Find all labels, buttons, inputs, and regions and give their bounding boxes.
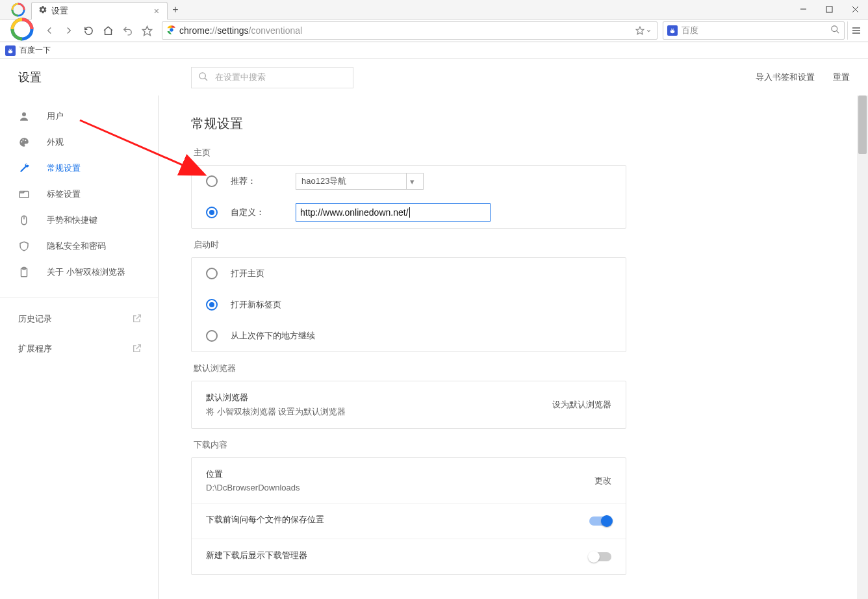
radio-open-home[interactable] — [206, 268, 218, 279]
gear-icon — [38, 5, 47, 16]
star-button[interactable] — [137, 21, 157, 40]
site-icon — [166, 25, 177, 37]
undo-button[interactable] — [118, 21, 137, 40]
download-card: 位置 D:\DcBrowserDownloads 更改 下载前询问每个文件的保存… — [191, 457, 626, 575]
recommend-label: 推荐： — [231, 175, 296, 187]
recommend-select[interactable]: hao123导航 ▾ — [296, 173, 424, 190]
change-location-button[interactable]: 更改 — [594, 475, 611, 487]
settings-header: 设置 在设置中搜索 导入书签和设置 重置 — [0, 59, 868, 96]
settings-sidebar: 用户 外观 常规设置 标签设置 手势和快捷键 隐私安全和密码 关于 小智双核浏览… — [0, 96, 159, 599]
set-default-button[interactable]: 设为默认浏览器 — [552, 399, 611, 411]
tab-icon — [18, 188, 31, 200]
browser-logo — [4, 19, 40, 42]
shield-icon — [18, 240, 31, 252]
radio-continue[interactable] — [206, 330, 218, 342]
svg-point-20 — [25, 140, 26, 141]
custom-url-input[interactable]: http://www.onlinedown.net/ — [296, 203, 491, 222]
startup-opt-home[interactable]: 打开主页 — [192, 258, 626, 289]
bookmarks-bar: 百度一下 — [0, 42, 868, 59]
svg-marker-6 — [142, 26, 151, 35]
toolbar: chrome://settings/conventional 百度 — [0, 19, 868, 42]
download-mgr-toggle[interactable] — [589, 552, 611, 561]
person-icon — [18, 110, 31, 122]
address-bar[interactable]: chrome://settings/conventional — [162, 21, 657, 40]
tab-strip: 设置 × + — [0, 0, 868, 19]
sidebar-item-tabs[interactable]: 标签设置 — [0, 181, 158, 207]
section-download-label: 下载内容 — [194, 439, 624, 451]
bookmark-baidu[interactable]: 百度一下 — [19, 45, 51, 56]
bookmark-star-icon[interactable] — [633, 26, 654, 35]
section-default-label: 默认浏览器 — [194, 363, 624, 374]
download-path: D:\DcBrowserDownloads — [206, 483, 300, 492]
browser-tab[interactable]: 设置 × — [31, 2, 168, 19]
maximize-button[interactable] — [816, 0, 842, 19]
search-icon — [198, 71, 209, 84]
svg-rect-2 — [826, 6, 832, 12]
search-engine-name: 百度 — [682, 25, 698, 36]
sidebar-item-appearance[interactable]: 外观 — [0, 129, 158, 155]
default-browser-card: 默认浏览器 将 小智双核浏览器 设置为默认浏览器 设为默认浏览器 — [191, 381, 626, 429]
sidebar-link-history[interactable]: 历史记录 — [0, 304, 158, 334]
sidebar-item-user[interactable]: 用户 — [0, 103, 158, 129]
settings-title: 设置 — [18, 70, 42, 85]
sidebar-item-privacy[interactable]: 隐私安全和密码 — [0, 233, 158, 259]
forward-button[interactable] — [59, 21, 79, 40]
settings-search-input[interactable]: 在设置中搜索 — [191, 67, 353, 88]
default-browser-desc: 将 小智双核浏览器 设置为默认浏览器 — [206, 406, 346, 418]
baidu-icon — [667, 25, 678, 36]
startup-opt-newtab[interactable]: 打开新标签页 — [192, 289, 626, 320]
home-recommend-row[interactable]: 推荐： hao123导航 ▾ — [192, 166, 626, 197]
search-engine-box[interactable]: 百度 — [663, 21, 845, 40]
svg-line-11 — [836, 31, 839, 33]
svg-marker-9 — [636, 27, 644, 34]
svg-point-8 — [170, 28, 173, 31]
wrench-icon — [18, 162, 31, 174]
section-home-label: 主页 — [194, 147, 624, 159]
download-ask-toggle[interactable] — [589, 516, 611, 526]
baidu-icon — [5, 45, 16, 56]
default-browser-title: 默认浏览器 — [206, 392, 346, 403]
search-icon[interactable] — [830, 25, 840, 36]
home-custom-row[interactable]: 自定义： http://www.onlinedown.net/ — [192, 197, 626, 228]
home-button[interactable] — [98, 21, 118, 40]
sidebar-item-gestures[interactable]: 手势和快捷键 — [0, 207, 158, 233]
sidebar-link-extensions[interactable]: 扩展程序 — [0, 334, 158, 364]
radio-recommend[interactable] — [206, 175, 218, 187]
svg-point-10 — [832, 26, 837, 32]
url-text: chrome://settings/conventional — [179, 25, 302, 36]
reset-link[interactable]: 重置 — [833, 71, 850, 83]
palette-icon — [18, 136, 31, 148]
sidebar-item-about[interactable]: 关于 小智双核浏览器 — [0, 259, 158, 285]
scrollbar[interactable] — [857, 96, 868, 599]
download-ask-label: 下载前询问每个文件的保存位置 — [206, 514, 324, 526]
chevron-down-icon: ▾ — [406, 173, 418, 189]
sidebar-item-general[interactable]: 常规设置 — [0, 155, 158, 181]
svg-point-17 — [22, 112, 26, 116]
external-link-icon — [132, 343, 142, 355]
radio-custom[interactable] — [206, 207, 218, 218]
download-mgr-label: 新建下载后显示下载管理器 — [206, 550, 307, 561]
minimize-button[interactable] — [790, 0, 816, 19]
svg-point-15 — [199, 73, 205, 79]
home-card: 推荐： hao123导航 ▾ 自定义： http://www.onlinedow… — [191, 165, 626, 229]
search-placeholder: 在设置中搜索 — [215, 71, 266, 83]
startup-card: 打开主页 打开新标签页 从上次停下的地方继续 — [191, 257, 626, 352]
import-bookmarks-link[interactable]: 导入书签和设置 — [756, 71, 815, 83]
svg-point-19 — [22, 139, 23, 140]
radio-open-newtab[interactable] — [206, 299, 218, 311]
page-title: 常规设置 — [191, 115, 626, 133]
startup-opt-continue[interactable]: 从上次停下的地方继续 — [192, 320, 626, 351]
reload-button[interactable] — [79, 21, 98, 40]
section-startup-label: 启动时 — [194, 239, 624, 251]
close-tab-icon[interactable]: × — [151, 6, 162, 16]
settings-content: 常规设置 主页 推荐： hao123导航 ▾ 自定义： http://www.o… — [159, 96, 868, 599]
tab-title: 设置 — [51, 5, 68, 17]
clipboard-icon — [18, 266, 31, 278]
custom-label: 自定义： — [231, 207, 296, 218]
svg-point-18 — [21, 141, 22, 142]
close-window-button[interactable] — [842, 0, 868, 19]
menu-button[interactable] — [847, 21, 864, 40]
new-tab-button[interactable]: + — [168, 4, 183, 16]
back-button[interactable] — [40, 21, 59, 40]
external-link-icon — [132, 313, 142, 325]
